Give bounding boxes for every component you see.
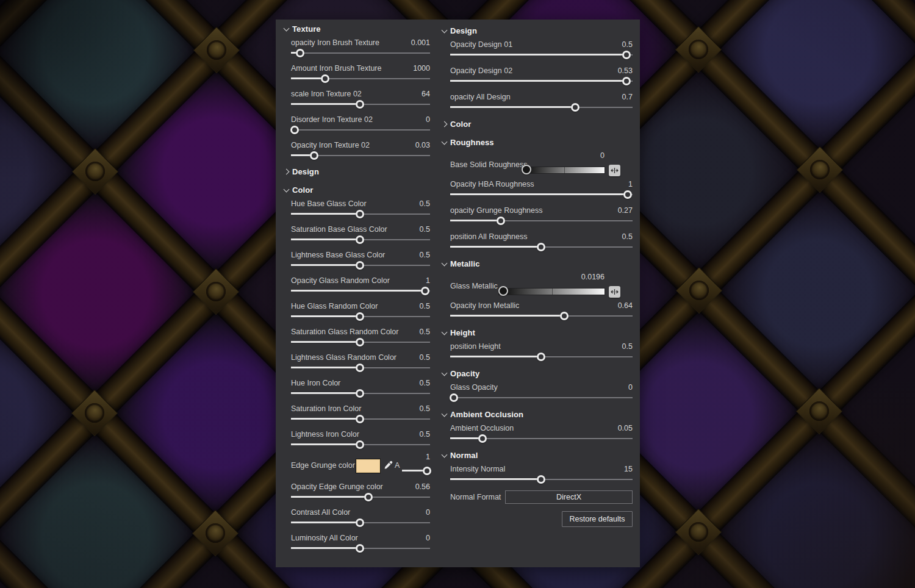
- slider-knob[interactable]: [356, 440, 364, 449]
- color-swatch[interactable]: [356, 459, 380, 473]
- slider-knob[interactable]: [364, 493, 373, 501]
- opacity-iron-metallic-slider[interactable]: [450, 311, 633, 320]
- slider-knob[interactable]: [356, 312, 364, 321]
- expand-icon[interactable]: [609, 286, 620, 298]
- section-texture-header[interactable]: Texture: [284, 23, 430, 34]
- section-color-header-left[interactable]: Color: [284, 184, 430, 195]
- section-color-header-right[interactable]: Color: [442, 118, 633, 129]
- param-value: 0.27: [618, 206, 633, 215]
- slider-knob[interactable]: [296, 49, 304, 57]
- slider-knob[interactable]: [560, 312, 569, 320]
- hue-iron-color-slider[interactable]: [291, 389, 430, 398]
- param-value: 0: [426, 507, 430, 517]
- param-label: opacity Iron Brush Texture: [291, 38, 379, 48]
- param-opacity-iron-metallic: Opacity Iron Metallic 0.64: [450, 301, 633, 320]
- param-lightness-base-glass-color: Lightness Base Glass Color 0.5: [291, 250, 430, 270]
- param-value: 0.5: [420, 429, 430, 439]
- slider-knob[interactable]: [356, 389, 364, 398]
- opacity-edge-grunge-color-slider[interactable]: [291, 492, 430, 501]
- saturation-glass-random-color-slider[interactable]: [291, 337, 430, 346]
- opacity-grunge-roughness-slider[interactable]: [450, 216, 633, 225]
- section-opacity-header[interactable]: Opacity: [442, 368, 633, 379]
- ambient-occlusion-slider[interactable]: [450, 434, 633, 443]
- opacity-all-design-slider[interactable]: [450, 102, 633, 112]
- param-label: Opacity Iron Metallic: [450, 301, 519, 310]
- slider-knob[interactable]: [321, 74, 329, 83]
- section-title: Design: [450, 26, 477, 35]
- opacity-design-02-slider[interactable]: [450, 76, 633, 85]
- slider-knob[interactable]: [622, 51, 631, 59]
- param-label: Disorder Iron Texture 02: [291, 115, 373, 124]
- slider-knob[interactable]: [356, 235, 364, 244]
- param-label: Opacity HBA Roughness: [450, 179, 534, 189]
- slider-knob[interactable]: [423, 467, 431, 475]
- param-label: scale Iron Texture 02: [291, 89, 362, 99]
- luminosity-all-color-slider[interactable]: [291, 543, 430, 553]
- opacity-glass-random-color-slider[interactable]: [291, 286, 430, 295]
- slider-knob[interactable]: [537, 353, 545, 361]
- saturation-iron-color-slider[interactable]: [291, 414, 430, 423]
- slider-knob[interactable]: [356, 364, 364, 372]
- param-value: 0: [426, 533, 430, 543]
- lightness-glass-random-color-slider[interactable]: [291, 363, 430, 372]
- section-title: Texture: [292, 24, 321, 34]
- lightness-iron-color-slider[interactable]: [291, 440, 430, 449]
- slider-knob[interactable]: [497, 217, 505, 225]
- param-value: 0: [628, 382, 633, 392]
- slider-knob[interactable]: [478, 434, 487, 443]
- slider-knob[interactable]: [356, 261, 364, 270]
- slider-knob[interactable]: [356, 338, 364, 346]
- slider-knob[interactable]: [356, 518, 364, 527]
- disorder-iron-texture-02-slider[interactable]: [291, 125, 430, 134]
- section-ambient-occlusion-header[interactable]: Ambient Occlusion: [442, 409, 633, 420]
- slider-knob[interactable]: [522, 165, 531, 174]
- restore-defaults-button[interactable]: Restore defaults: [562, 511, 633, 527]
- section-design-header-right[interactable]: Design: [442, 25, 633, 36]
- slider-knob[interactable]: [356, 210, 364, 218]
- opacity-design-01-slider[interactable]: [450, 50, 633, 59]
- section-roughness-header[interactable]: Roughness: [442, 137, 633, 148]
- opacity-iron-brush-texture-slider[interactable]: [291, 48, 430, 57]
- intensity-normal-slider[interactable]: [450, 475, 633, 484]
- position-all-roughness-slider[interactable]: [450, 242, 633, 251]
- opacity-hba-roughness-slider[interactable]: [450, 190, 633, 199]
- slider-knob[interactable]: [290, 126, 299, 134]
- glass-opacity-slider[interactable]: [450, 393, 633, 402]
- slider-knob[interactable]: [622, 77, 631, 85]
- normal-format-dropdown[interactable]: DirectX: [505, 490, 633, 504]
- contrast-all-color-slider[interactable]: [291, 518, 430, 527]
- section-design-header-left[interactable]: Design: [284, 166, 430, 177]
- base-solid-roughness-gradient-slider[interactable]: [523, 167, 605, 173]
- hue-base-glass-color-slider[interactable]: [291, 209, 430, 218]
- param-value: 0: [600, 151, 605, 160]
- section-height-header[interactable]: Height: [442, 327, 633, 338]
- param-label: Opacity Design 01: [450, 40, 512, 49]
- slider-knob[interactable]: [421, 287, 429, 295]
- saturation-base-glass-color-slider[interactable]: [291, 235, 430, 244]
- slider-knob[interactable]: [498, 286, 508, 296]
- glass-metallic-gradient-slider[interactable]: [499, 289, 605, 295]
- amount-iron-brush-texture-slider[interactable]: [291, 74, 430, 83]
- slider-knob[interactable]: [310, 151, 318, 160]
- section-normal-header[interactable]: Normal: [442, 450, 633, 461]
- scale-iron-texture-02-slider[interactable]: [291, 99, 430, 109]
- param-normal-format: Normal Format DirectX: [450, 490, 633, 504]
- eyedropper-icon[interactable]: [384, 461, 393, 470]
- param-luminosity-all-color: Luminosity All Color 0: [291, 533, 430, 553]
- slider-knob[interactable]: [537, 475, 545, 484]
- hue-glass-random-color-slider[interactable]: [291, 312, 430, 321]
- slider-knob[interactable]: [450, 393, 458, 402]
- slider-knob[interactable]: [571, 103, 580, 112]
- edge-grunge-alpha-slider[interactable]: [402, 466, 430, 475]
- slider-knob[interactable]: [356, 415, 364, 423]
- expand-icon[interactable]: [609, 165, 620, 176]
- lightness-base-glass-color-slider[interactable]: [291, 260, 430, 270]
- slider-knob[interactable]: [356, 544, 364, 553]
- slider-knob[interactable]: [623, 190, 632, 199]
- slider-knob[interactable]: [537, 243, 545, 251]
- position-height-slider[interactable]: [450, 352, 633, 361]
- opacity-iron-texture-02-slider[interactable]: [291, 151, 430, 160]
- section-metallic-header[interactable]: Metallic: [442, 258, 633, 269]
- slider-knob[interactable]: [356, 100, 364, 109]
- chevron-down-icon: [442, 260, 449, 267]
